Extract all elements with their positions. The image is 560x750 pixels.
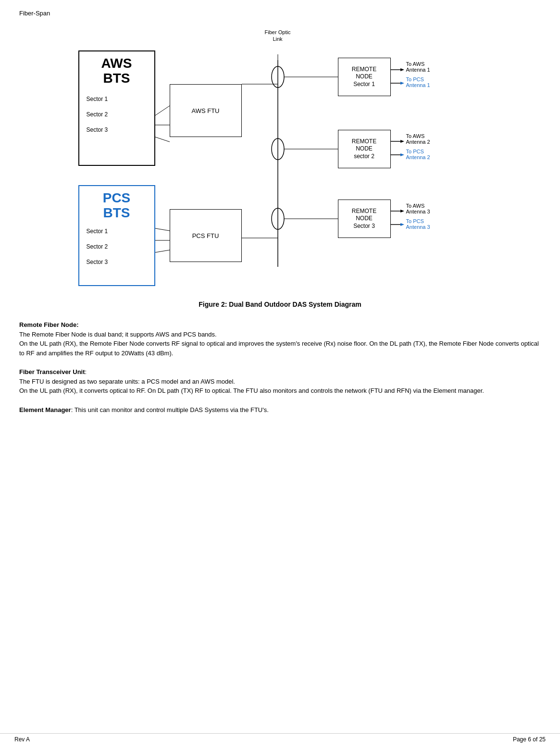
section-title-em: Element Manager xyxy=(19,406,71,413)
section-remote-fiber-node: Remote Fiber Node: The Remote Fiber Node… xyxy=(19,320,541,358)
diagram-area: Fiber OpticLink AWS BTS Sector 1 Sector … xyxy=(64,22,497,291)
pcs-antenna-3-label: To PCSAntenna 3 xyxy=(406,218,430,230)
arrow-group-1: To AWSAntenna 1 To PCSAntenna 1 xyxy=(406,61,430,88)
aws-ftu-label: AWS FTU xyxy=(191,107,219,114)
pcs-sector3-label: Sector 3 xyxy=(87,259,154,265)
remote-node-3: REMOTENODESector 3 xyxy=(338,200,391,238)
svg-marker-18 xyxy=(400,82,404,85)
rfn-para2: On the UL path (RX), the Remote Fiber No… xyxy=(19,340,539,357)
pcs-antenna-1-label: To PCSAntenna 1 xyxy=(406,76,430,88)
svg-point-11 xyxy=(272,208,284,229)
aws-antenna-3-label: To AWSAntenna 3 xyxy=(406,203,430,214)
page-title: Fiber-Span xyxy=(19,10,541,17)
footer-right: Page 6 of 25 xyxy=(513,736,546,743)
remote-node-2: REMOTENODEsector 2 xyxy=(338,130,391,168)
svg-point-9 xyxy=(272,66,284,88)
fiber-optic-label: Fiber OpticLink xyxy=(263,29,292,43)
ftu-para2: On the UL path (RX), it converts optical… xyxy=(19,387,484,394)
rfn-para1: The Remote Fiber Node is dual band; it s… xyxy=(19,331,217,338)
pcs-sector1-label: Sector 1 xyxy=(87,228,154,235)
footer-left: Rev A xyxy=(14,736,30,743)
aws-bts-box: AWS BTS Sector 1 Sector 2 Sector 3 xyxy=(78,50,155,166)
aws-sector1-label: Sector 1 xyxy=(87,96,154,102)
aws-bts-sectors: Sector 1 Sector 2 Sector 3 xyxy=(79,96,154,133)
pcs-bts-sectors: Sector 1 Sector 2 Sector 3 xyxy=(79,228,154,265)
svg-line-3 xyxy=(155,228,170,231)
fiber-optic-text: Fiber OpticLink xyxy=(263,29,292,43)
arrow-group-2: To AWSAntenna 2 To PCSAntenna 2 xyxy=(406,133,430,160)
aws-sector3-label: Sector 3 xyxy=(87,126,154,133)
pcs-sector2-label: Sector 2 xyxy=(87,243,154,250)
aws-antenna-2-label: To AWSAntenna 2 xyxy=(406,133,430,145)
section-title-rfn: Remote Fiber Node: xyxy=(19,321,79,328)
figure-caption: Figure 2: Dual Band Outdoor DAS System D… xyxy=(19,300,541,308)
pcs-ftu-label: PCS FTU xyxy=(192,232,219,239)
remote-node-1: REMOTENODESector 1 xyxy=(338,58,391,96)
page-footer: Rev A Page 6 of 25 xyxy=(0,733,560,743)
svg-marker-22 xyxy=(400,153,404,156)
svg-marker-20 xyxy=(400,140,404,143)
section-ftu: Fiber Transceiver Unit: The FTU is desig… xyxy=(19,367,541,396)
page-container: Fiber-Span xyxy=(0,0,560,434)
ftu-para1: The FTU is designed as two separate unit… xyxy=(19,378,235,385)
svg-point-10 xyxy=(272,138,284,160)
svg-line-0 xyxy=(155,106,170,115)
svg-marker-16 xyxy=(400,68,404,71)
pcs-bts-box: PCS BTS Sector 1 Sector 2 Sector 3 xyxy=(78,185,155,286)
pcs-antenna-2-label: To PCSAntenna 2 xyxy=(406,149,430,160)
pcs-bts-label: PCS BTS xyxy=(79,186,154,221)
section-title-ftu: Fiber Transceiver Unit xyxy=(19,368,85,375)
aws-ftu-box: AWS FTU xyxy=(170,84,242,137)
aws-sector2-label: Sector 2 xyxy=(87,111,154,118)
section-element-manager: Element Manager: This unit can monitor a… xyxy=(19,405,541,415)
svg-marker-24 xyxy=(400,210,404,212)
svg-marker-26 xyxy=(400,223,404,226)
aws-bts-label: AWS BTS xyxy=(79,51,154,86)
svg-line-5 xyxy=(155,250,170,252)
em-text: : This unit can monitor and control mult… xyxy=(71,406,269,413)
ftu-title-suffix: : xyxy=(85,368,87,375)
arrow-group-3: To AWSAntenna 3 To PCSAntenna 3 xyxy=(406,203,430,230)
aws-antenna-1-label: To AWSAntenna 1 xyxy=(406,61,430,73)
pcs-ftu-box: PCS FTU xyxy=(170,209,242,262)
svg-line-2 xyxy=(155,137,170,142)
